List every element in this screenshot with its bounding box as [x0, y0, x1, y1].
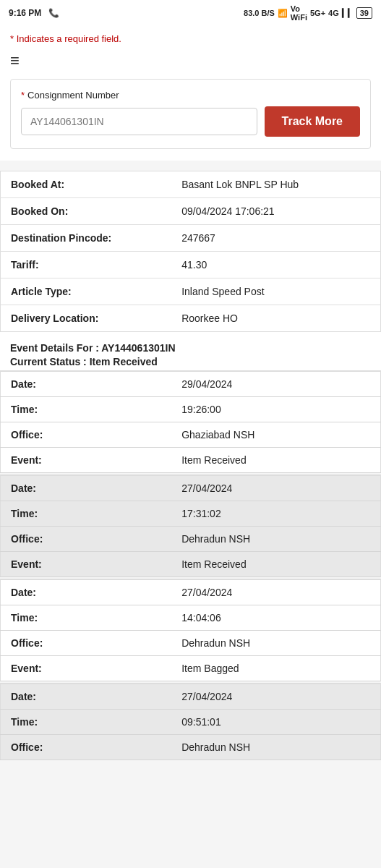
event-value: Dehradun NSH — [171, 527, 380, 552]
event-row: Office:Ghaziabad NSH — [1, 422, 381, 448]
event-row: Time:19:26:00 — [1, 397, 381, 422]
field-label: *Consignment Number — [21, 90, 360, 101]
info-row: Article Type:Inland Speed Post — [1, 278, 381, 305]
consignment-input[interactable] — [21, 108, 257, 135]
event-label: Date: — [1, 476, 172, 501]
info-label: Article Type: — [1, 278, 172, 305]
info-row: Destination Pincode:247667 — [1, 225, 381, 252]
event-value: 17:31:02 — [171, 501, 380, 527]
signal-icon: ▎▎ — [342, 9, 354, 18]
data-speed: 83.0 B/S — [244, 9, 275, 17]
info-value: Roorkee HO — [171, 305, 380, 332]
status-bar: 9:16 PM 📞 83.0 B/S 📶 VoWiFi 5G+ 4G ▎▎ 39 — [0, 0, 381, 26]
field-label-text: Consignment Number — [27, 90, 119, 101]
input-row: Track More — [21, 106, 360, 137]
event-row: Event:Item Received — [1, 552, 381, 577]
event-label: Date: — [1, 372, 172, 397]
info-row: Booked At:Basant Lok BNPL SP Hub — [1, 171, 381, 198]
event-header: Event Details For : AY144061301IN Curren… — [0, 332, 381, 370]
event-block-2: Date:27/04/2024Time:14:04:06Office:Dehra… — [0, 579, 381, 681]
event-block-0: Date:29/04/2024Time:19:26:00Office:Ghazi… — [0, 370, 381, 473]
4g-icon: 4G — [328, 9, 339, 17]
info-label: Booked On: — [1, 198, 172, 225]
event-table-1: Date:27/04/2024Time:17:31:02Office:Dehra… — [0, 475, 381, 577]
event-row: Time:17:31:02 — [1, 501, 381, 527]
info-row: Tariff:41.30 — [1, 252, 381, 278]
event-label: Date: — [1, 580, 172, 605]
event-row: Date:27/04/2024 — [1, 476, 381, 501]
info-value: Inland Speed Post — [171, 278, 380, 305]
event-row: Date:29/04/2024 — [1, 372, 381, 397]
status-right: 83.0 B/S 📶 VoWiFi 5G+ 4G ▎▎ 39 — [244, 4, 372, 22]
event-label: Time: — [1, 710, 172, 735]
event-label: Office: — [1, 735, 172, 760]
hamburger-menu[interactable]: ≡ — [10, 51, 371, 70]
event-label: Time: — [1, 501, 172, 527]
info-value: 247667 — [171, 225, 380, 252]
event-value: Item Received — [171, 552, 380, 577]
field-required-asterisk: * — [21, 90, 25, 101]
event-value: 09:51:01 — [171, 710, 380, 735]
event-row: Time:09:51:01 — [1, 710, 381, 735]
info-row: Delivery Location:Roorkee HO — [1, 305, 381, 332]
required-note: * Indicates a required field. — [10, 33, 371, 44]
battery-icon: 39 — [356, 7, 372, 19]
event-value: 19:26:00 — [171, 397, 380, 422]
info-label: Destination Pincode: — [1, 225, 172, 252]
info-value: Basant Lok BNPL SP Hub — [171, 171, 380, 198]
info-value: 09/04/2024 17:06:21 — [171, 198, 380, 225]
event-table-3: Date:27/04/2024Time:09:51:01Office:Dehra… — [0, 684, 381, 760]
info-label: Delivery Location: — [1, 305, 172, 332]
event-label: Office: — [1, 527, 172, 552]
event-row: Event:Item Received — [1, 448, 381, 473]
event-title-line1: Event Details For : AY144061301IN — [10, 341, 371, 356]
event-value: Item Bagged — [171, 656, 380, 681]
event-label: Event: — [1, 656, 172, 681]
event-label: Office: — [1, 422, 172, 448]
event-value: 29/04/2024 — [171, 372, 380, 397]
event-table-2: Date:27/04/2024Time:14:04:06Office:Dehra… — [0, 579, 381, 681]
required-text: Indicates a required field. — [14, 33, 121, 44]
event-label: Event: — [1, 448, 172, 473]
event-table-0: Date:29/04/2024Time:19:26:00Office:Ghazi… — [0, 371, 381, 473]
form-section: *Consignment Number Track More — [10, 79, 371, 149]
event-label: Time: — [1, 605, 172, 631]
top-section: * Indicates a required field. ≡ *Consign… — [0, 26, 381, 161]
event-value: Ghaziabad NSH — [171, 422, 380, 448]
event-value: 27/04/2024 — [171, 476, 380, 501]
event-value: 27/04/2024 — [171, 684, 380, 710]
event-label: Event: — [1, 552, 172, 577]
network-icon: VoWiFi — [291, 4, 307, 22]
event-row: Date:27/04/2024 — [1, 684, 381, 710]
event-row: Date:27/04/2024 — [1, 580, 381, 605]
info-value: 41.30 — [171, 252, 380, 278]
info-section: Booked At:Basant Lok BNPL SP HubBooked O… — [0, 171, 381, 332]
event-row: Office:Dehradun NSH — [1, 735, 381, 760]
time-display: 9:16 PM — [9, 8, 41, 18]
info-label: Booked At: — [1, 171, 172, 198]
event-title-line2: Current Status : Item Received — [10, 356, 371, 367]
event-value: 27/04/2024 — [171, 580, 380, 605]
events-container: Date:29/04/2024Time:19:26:00Office:Ghazi… — [0, 370, 381, 760]
event-value: Item Received — [171, 448, 380, 473]
event-label: Date: — [1, 684, 172, 710]
event-row: Event:Item Bagged — [1, 656, 381, 681]
info-row: Booked On:09/04/2024 17:06:21 — [1, 198, 381, 225]
event-label: Office: — [1, 631, 172, 656]
event-row: Office:Dehradun NSH — [1, 631, 381, 656]
event-value: 14:04:06 — [171, 605, 380, 631]
status-left: 9:16 PM 📞 — [9, 8, 59, 18]
event-row: Office:Dehradun NSH — [1, 527, 381, 552]
wifi-icon: 📶 — [278, 9, 288, 18]
info-label: Tariff: — [1, 252, 172, 278]
event-value: Dehradun NSH — [171, 735, 380, 760]
event-row: Time:14:04:06 — [1, 605, 381, 631]
event-value: Dehradun NSH — [171, 631, 380, 656]
track-more-button[interactable]: Track More — [265, 106, 360, 137]
event-block-1: Date:27/04/2024Time:17:31:02Office:Dehra… — [0, 475, 381, 577]
info-table: Booked At:Basant Lok BNPL SP HubBooked O… — [0, 171, 381, 332]
event-label: Time: — [1, 397, 172, 422]
phone-icon: 📞 — [48, 8, 59, 18]
5g-icon: 5G+ — [310, 9, 325, 17]
event-block-3: Date:27/04/2024Time:09:51:01Office:Dehra… — [0, 683, 381, 760]
